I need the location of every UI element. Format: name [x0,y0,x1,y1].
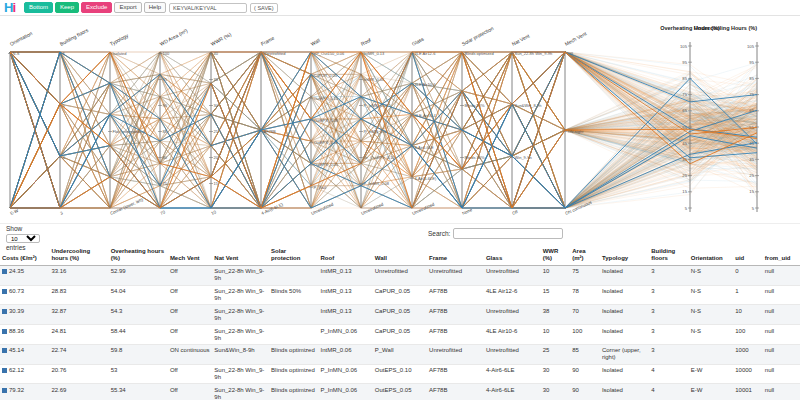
table-cell: N-S [689,305,733,325]
column-header[interactable]: Overheating hours (%) [109,246,168,265]
table-cell: 4-Air6-6LE [484,364,541,384]
table-cell: 10 [733,305,763,325]
search-control: Search: [428,228,563,239]
table-cell: 28.83 [49,285,108,305]
show-label: Show [6,225,22,232]
pcp-axis[interactable]: Solar protectionBlinds optimizedBlinds 5… [460,25,495,216]
table-row[interactable]: 62.1220.7653OffSun_22-8h Win_9-9hBlinds … [0,364,800,384]
column-header[interactable]: from_uid [763,246,800,265]
column-header[interactable]: Solar protection [269,246,318,265]
column-header[interactable]: Roof [318,246,372,265]
table-cell: 32.87 [49,305,108,325]
svg-text:95: 95 [749,60,754,65]
svg-text:3: 3 [59,210,64,216]
table-cell: 54.04 [109,285,168,305]
row-color-swatch [2,348,7,353]
pcp-axis[interactable]: Nat VentSun_22-8h Win_9-9hSun&Win_8-9hWi… [510,32,552,216]
table-cell: N-S [689,265,733,285]
svg-text:Blinds optimized: Blinds optimized [465,51,494,56]
table-cell: P_InMN_0.06 [318,364,372,384]
svg-text:Mech Vent: Mech Vent [564,30,588,47]
pcp-canvas[interactable]: OrientationN-SE-WBuilding floors6543Typo… [0,16,800,224]
entries-label: entries [6,244,26,251]
table-cell: Sun_22-8h Win_9-9h [212,285,269,305]
table-cell: Off [168,265,212,285]
parallel-coordinates-plot[interactable]: OrientationN-SE-WBuilding floors6543Typo… [0,16,800,224]
column-header[interactable]: Typology [600,246,649,265]
svg-text:90: 90 [163,103,168,108]
table-cell: Corner (upper, right) [600,344,649,364]
svg-text:P_IntMR_0.08: P_IntMR_0.08 [364,181,390,186]
table-cell: 4 [649,384,689,400]
table-row[interactable]: 24.3533.1652.99OffSun_22-8h Win_9-9hIntM… [0,265,800,285]
save-button[interactable]: ( SAVE) [250,3,277,13]
toolbar-button-bottom[interactable]: Bottom [24,2,53,14]
pcp-axis[interactable]: Glass4LE Air12-64LE Air10-64LE-Air16-44-… [410,35,437,216]
table-cell: 79.32 [0,384,49,400]
column-header[interactable]: uid [733,246,763,265]
svg-text:Unretrofitted: Unretrofitted [360,201,384,215]
column-header[interactable]: Glass [484,246,541,265]
table-cell: Sun_22-8h Win_9-9h [212,305,269,325]
table-cell: 60.73 [0,285,49,305]
table-cell: IntMR_0.13 [318,265,372,285]
table-row[interactable]: 88.3624.8158.44OffSun_22-8h Win_9-9hP_In… [0,325,800,345]
svg-text:P_Wall: P_Wall [314,185,327,190]
toolbar-button-exclude[interactable]: Exclude [81,2,112,14]
column-header[interactable]: Area (m²) [570,246,600,265]
search-input[interactable] [453,228,563,239]
table-cell: 1000 [733,344,763,364]
results-table-wrap[interactable]: Costs (€/m²)Undercooling hours (%)Overhe… [0,246,800,400]
table-cell: P_InMN_0.06 [318,325,372,345]
table-row[interactable]: 79.3222.6955.34OffSun_22-8h Win_9-9hBlin… [0,384,800,400]
table-cell: 1 [733,285,763,305]
table-row[interactable]: 30.3932.8754.3OffSun_22-8h Win_9-9hIntMR… [0,305,800,325]
table-cell: AF78B [427,384,484,400]
table-cell: OutEPS_0.10 [373,364,427,384]
svg-text:Blinds 30%: Blinds 30% [465,155,485,160]
column-header[interactable]: Nat Vent [212,246,269,265]
table-cell: Off [168,285,212,305]
table-cell: Sun_22-8h Win_9-9h [212,364,269,384]
column-header[interactable]: Frame [427,246,484,265]
svg-text:75: 75 [682,92,687,97]
table-cell: 30 [541,384,571,400]
row-color-swatch [2,388,7,393]
column-header[interactable]: Orientation [689,246,733,265]
svg-text:IntMR_0.13: IntMR_0.13 [364,51,385,56]
table-cell: 55.34 [109,384,168,400]
column-header[interactable]: Undercooling hours (%) [49,246,108,265]
table-cell: AF78B [427,305,484,325]
table-cell: 30.39 [0,305,49,325]
table-cell: Off [168,364,212,384]
table-cell [269,305,318,325]
svg-text:Wall: Wall [310,37,321,47]
keyval-input[interactable] [169,3,247,13]
table-cell: IntMR_0.13 [318,305,372,325]
column-header[interactable]: Wall [373,246,427,265]
table-cell: 33.16 [49,265,108,285]
table-cell: P_Wall [373,344,427,364]
column-header[interactable]: WWR (%) [541,246,571,265]
toolbar-button-help[interactable]: Help [144,2,166,14]
table-cell: 54.3 [109,305,168,325]
toolbar-button-keep[interactable]: Keep [55,2,79,14]
table-cell: Blinds optimized [269,344,318,364]
column-header[interactable]: Building floors [649,246,689,265]
row-color-swatch [2,309,7,314]
table-row[interactable]: 45.1422.7459.8ON continuousSun&Win_8-9hB… [0,344,800,364]
table-cell: 25 [541,344,571,364]
table-cell: Isolated [600,384,649,400]
pcp-axis[interactable]: Building floors6543 [58,27,90,216]
table-cell: 58.44 [109,325,168,345]
table-row[interactable]: 60.7328.8354.04OffSun_22-8h Win_9-9hBlin… [0,285,800,305]
page-size-select[interactable]: 10 [6,234,40,243]
svg-text:Gr_OutXPS_0.10: Gr_OutXPS_0.10 [364,155,396,160]
table-cell: P_InMN_0.06 [318,384,372,400]
row-color-swatch [2,289,7,294]
svg-text:Orientation: Orientation [9,30,34,47]
svg-text:Undercooling Hours (%): Undercooling Hours (%) [694,25,757,31]
table-cell: N-S [689,285,733,305]
column-header[interactable]: Mech Vent [168,246,212,265]
toolbar-button-export[interactable]: Export [114,2,141,14]
